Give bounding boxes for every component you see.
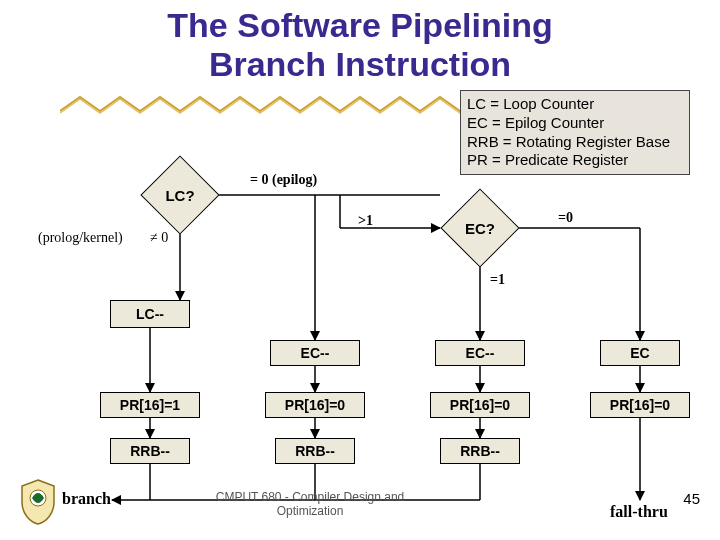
node-ec: EC	[600, 340, 680, 366]
decision-lc-label: LC?	[140, 155, 220, 235]
edge-label-ne0: ≠ 0	[150, 230, 168, 246]
legend-line: LC = Loop Counter	[467, 95, 683, 114]
edge-label-eq1: =1	[490, 272, 505, 288]
node-branch: branch	[62, 490, 111, 508]
decision-ec: EC?	[440, 188, 520, 268]
legend-line: RRB = Rotating Register Base	[467, 133, 683, 152]
node-ec-dec-1: EC--	[270, 340, 360, 366]
legend-box: LC = Loop Counter EC = Epilog Counter RR…	[460, 90, 690, 175]
decision-lc: LC?	[140, 155, 220, 235]
node-rrb-a: RRB--	[110, 438, 190, 464]
slide-title: The Software Pipelining Branch Instructi…	[0, 0, 720, 84]
node-pr16-1: PR[16]=1	[100, 392, 200, 418]
edge-label-gt1: >1	[358, 213, 373, 229]
node-pr16-0-a: PR[16]=0	[265, 392, 365, 418]
page-number: 45	[683, 490, 700, 507]
legend-line: PR = Predicate Register	[467, 151, 683, 170]
title-line2: Branch Instruction	[209, 45, 511, 83]
node-rrb-c: RRB--	[440, 438, 520, 464]
node-pr16-0-c: PR[16]=0	[590, 392, 690, 418]
edge-label-prolog: (prolog/kernel)	[38, 230, 123, 246]
node-rrb-b: RRB--	[275, 438, 355, 464]
university-crest-icon	[18, 478, 58, 526]
node-lc-dec: LC--	[110, 300, 190, 328]
edge-label-eq0-epilog: = 0 (epilog)	[250, 172, 317, 188]
node-pr16-0-b: PR[16]=0	[430, 392, 530, 418]
edge-label-eq0: =0	[558, 210, 573, 226]
footer-text: CMPUT 680 - Compiler Design and Optimiza…	[200, 490, 420, 519]
decision-ec-label: EC?	[440, 188, 520, 268]
node-ec-dec-2: EC--	[435, 340, 525, 366]
legend-line: EC = Epilog Counter	[467, 114, 683, 133]
node-fall-thru: fall-thru	[610, 503, 668, 521]
title-line1: The Software Pipelining	[167, 6, 552, 44]
